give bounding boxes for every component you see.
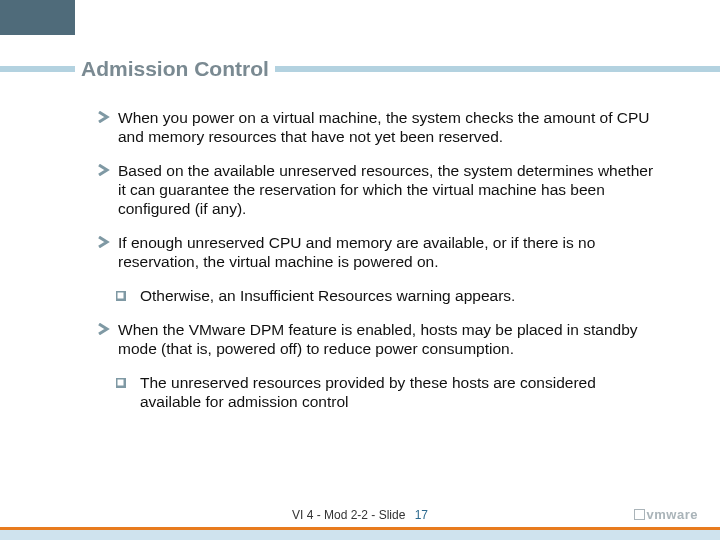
bullet-text: If enough unreserved CPU and memory are …: [118, 234, 595, 270]
bullet-text: The unreserved resources provided by the…: [140, 374, 596, 410]
list-item: When you power on a virtual machine, the…: [98, 108, 658, 146]
list-item: When the VMware DPM feature is enabled, …: [98, 320, 658, 358]
arrow-bullet-icon: [98, 323, 110, 335]
slide-title: Admission Control: [75, 57, 275, 81]
square-bullet-icon: [116, 291, 126, 301]
square-bullet-icon: [116, 378, 126, 388]
footer-label: VI 4 - Mod 2-2 - Slide 17: [0, 508, 720, 522]
list-item: Based on the available unreserved resour…: [98, 161, 658, 218]
list-item-sub: The unreserved resources provided by the…: [116, 373, 658, 411]
svg-rect-0: [116, 291, 125, 300]
slide-body: When you power on a virtual machine, the…: [98, 108, 658, 425]
footer-text: VI 4 - Mod 2-2 - Slide: [292, 508, 405, 522]
footer-bar: [0, 527, 720, 540]
vmware-box-icon: [634, 509, 645, 520]
list-item: If enough unreserved CPU and memory are …: [98, 233, 658, 271]
page-number: 17: [409, 508, 428, 522]
vmware-logo: vmware: [634, 507, 698, 522]
vmware-text: vmware: [647, 507, 698, 522]
list-item-sub: Otherwise, an Insufficient Resources war…: [116, 286, 658, 305]
bullet-text: When you power on a virtual machine, the…: [118, 109, 650, 145]
arrow-bullet-icon: [98, 236, 110, 248]
arrow-bullet-icon: [98, 111, 110, 123]
bullet-text: When the VMware DPM feature is enabled, …: [118, 321, 638, 357]
bullet-text: Otherwise, an Insufficient Resources war…: [140, 287, 515, 304]
svg-rect-1: [116, 378, 125, 387]
title-row: Admission Control: [0, 55, 720, 83]
slide: Admission Control When you power on a vi…: [0, 0, 720, 540]
bullet-text: Based on the available unreserved resour…: [118, 162, 653, 217]
header-accent-block: [0, 0, 75, 35]
arrow-bullet-icon: [98, 164, 110, 176]
title-rule-left: [0, 66, 75, 72]
footer-accent-blue: [0, 530, 720, 540]
title-rule-right: [275, 66, 720, 72]
